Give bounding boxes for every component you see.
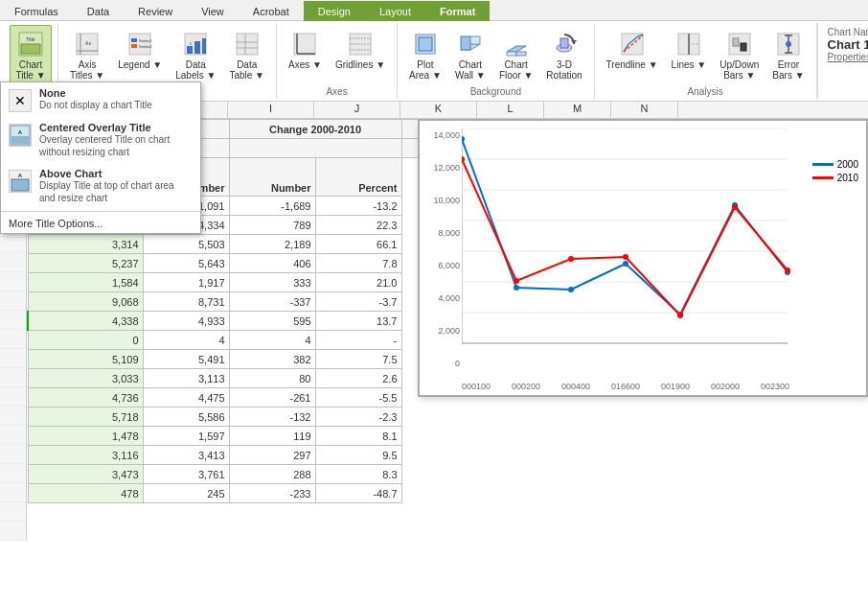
3d-rotation-button[interactable]: 3-DRotation — [540, 25, 587, 84]
dropdown-separator — [1, 211, 200, 212]
chart-wall-label: ChartWall ▼ — [455, 59, 486, 81]
svg-point-79 — [732, 204, 738, 210]
plot-area-button[interactable]: PlotArea ▼ — [403, 25, 447, 84]
table-row: 5,237 5,643 406 7.8 — [28, 254, 478, 273]
rn-19 — [0, 502, 26, 522]
gridlines-button[interactable]: Gridlines ▼ — [330, 25, 391, 74]
data-table-button[interactable]: DataTable ▼ — [223, 25, 270, 84]
lines-button[interactable]: Lines ▼ — [666, 25, 713, 74]
svg-rect-2 — [21, 44, 40, 54]
chart-name-panel: Chart Name: Chart 13 Properties — [817, 23, 868, 99]
error-bars-button[interactable]: ErrorBars ▼ — [766, 25, 810, 84]
chart-svg — [462, 128, 797, 373]
group-background: PlotArea ▼ ChartWall ▼ — [398, 23, 595, 99]
tab-formulas[interactable]: Formulas — [0, 1, 73, 21]
tab-design[interactable]: Design — [304, 1, 365, 21]
rn-7 — [0, 272, 26, 291]
data-table-icon — [232, 29, 263, 59]
centered-overlay-desc: Overlay centered Title on chart without … — [39, 133, 193, 158]
chart-floor-button[interactable]: ChartFloor ▼ — [493, 25, 538, 84]
group-label-background: Background — [470, 84, 521, 97]
table-row: 1,478 1,597 119 8.1 — [28, 427, 478, 446]
trendline-icon — [617, 29, 648, 59]
axes-label: Axes ▼ — [288, 59, 322, 70]
svg-marker-33 — [507, 46, 526, 52]
tab-review[interactable]: Review — [124, 1, 187, 21]
y-axis-labels: 14,000 12,000 10,000 8,000 6,000 4,000 2… — [423, 130, 460, 368]
data-labels-button[interactable]: 5 DataLabels ▼ — [170, 25, 221, 84]
table-row: 5,718 5,586 -132 -2.3 — [28, 407, 478, 427]
table-row: 3,033 3,113 80 2.6 — [28, 369, 478, 388]
svg-rect-46 — [741, 43, 746, 51]
tab-format[interactable]: Format — [425, 1, 490, 21]
table-row: 4,338 4,933 595 13.7 — [28, 312, 478, 331]
chart-name-value: Chart 13 — [828, 37, 868, 52]
svg-point-75 — [514, 278, 519, 284]
table-row: 0 4 4 - — [28, 331, 478, 350]
svg-rect-44 — [729, 34, 750, 55]
chart-properties-link[interactable]: Properties — [828, 52, 868, 62]
rn-5 — [0, 234, 26, 253]
svg-point-76 — [568, 256, 574, 262]
table-row: 3,116 3,413 297 9.5 — [28, 446, 478, 465]
none-icon: ✕ — [9, 89, 32, 112]
number-change-header: Number — [229, 158, 315, 197]
rn-6 — [0, 253, 26, 272]
rn-16 — [0, 445, 26, 464]
x-axis-labels: 000100 000200 000400 016600 001900 00200… — [462, 382, 789, 391]
trendline-button[interactable]: Trendline ▼ — [601, 25, 664, 74]
chart-container[interactable]: 14,000 12,000 10,000 8,000 6,000 4,000 2… — [418, 119, 868, 397]
group-label-analysis: Analysis — [687, 84, 722, 97]
legend-2000-line — [812, 163, 834, 166]
svg-text:A: A — [18, 173, 23, 178]
col-n: N — [611, 102, 678, 118]
svg-point-78 — [677, 313, 683, 318]
dropdown-centered-overlay[interactable]: A Centered Overlay Title Overlay centere… — [1, 117, 200, 163]
dropdown-above-chart[interactable]: A Above Chart Display Title at top of ch… — [1, 163, 200, 209]
gridlines-label: Gridlines ▼ — [335, 59, 385, 70]
rn-20 — [0, 522, 26, 541]
dropdown-more-options[interactable]: More Title Options... — [1, 214, 200, 233]
svg-rect-31 — [461, 36, 470, 50]
tab-acrobat[interactable]: Acrobat — [239, 1, 304, 21]
chart-name-label: Chart Name: — [828, 27, 868, 37]
col-j: J — [314, 102, 400, 118]
axes-button[interactable]: Axes ▼ — [283, 25, 328, 74]
axis-titles-label: AxisTitles ▼ — [70, 59, 104, 81]
data-labels-icon: 5 — [180, 29, 211, 59]
group-analysis: Trendline ▼ Lines ▼ — [595, 23, 817, 99]
tab-layout[interactable]: Layout — [365, 1, 425, 21]
svg-text:Ax: Ax — [85, 40, 91, 46]
svg-marker-35 — [516, 52, 526, 56]
svg-point-67 — [462, 136, 465, 142]
rn-14 — [0, 407, 26, 426]
table-row: 5,109 5,491 382 7.5 — [28, 350, 478, 369]
tab-data[interactable]: Data — [73, 1, 124, 21]
updown-bars-button[interactable]: Up/DownBars ▼ — [714, 25, 765, 84]
svg-point-51 — [786, 41, 791, 47]
trendline-label: Trendline ▼ — [606, 59, 658, 70]
axis-titles-button[interactable]: Ax AxisTitles ▼ — [64, 25, 110, 84]
tab-view[interactable]: View — [187, 1, 239, 21]
col-i: I — [228, 102, 314, 118]
legend-button[interactable]: Series1 Series2 Legend ▼ — [112, 25, 168, 74]
chart-title-button[interactable]: Title ChartTitle ▼ — [10, 25, 52, 84]
chart-title-dropdown: ✕ None Do not display a chart Title A Ce… — [0, 81, 201, 234]
error-bars-label: ErrorBars ▼ — [772, 59, 804, 81]
chart-floor-label: ChartFloor ▼ — [499, 59, 533, 81]
axis-titles-icon: Ax — [72, 29, 103, 59]
rn-9 — [0, 311, 26, 330]
change-header: Change 2000-2010 — [229, 120, 401, 139]
rn-11 — [0, 349, 26, 368]
above-chart-title: Above Chart — [39, 168, 193, 179]
svg-point-74 — [462, 156, 465, 162]
chart-wall-button[interactable]: ChartWall ▼ — [449, 25, 491, 84]
error-bars-icon — [773, 29, 804, 59]
none-desc: Do not display a chart Title — [39, 99, 193, 111]
col-m: M — [544, 102, 611, 118]
rn-17 — [0, 464, 26, 483]
svg-rect-38 — [560, 38, 568, 48]
legend-2010-line — [812, 176, 834, 179]
legend-icon: Series1 Series2 — [125, 29, 155, 59]
dropdown-none[interactable]: ✕ None Do not display a chart Title — [1, 82, 200, 117]
